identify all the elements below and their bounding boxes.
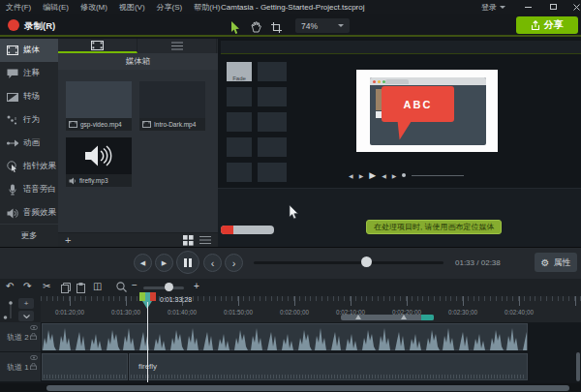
collapse-tracks-button[interactable] — [18, 311, 34, 321]
maximize-button[interactable] — [542, 0, 564, 14]
media-item-firefly[interactable]: firefly.mp3 — [66, 137, 132, 187]
video-frame[interactable]: ABC — [356, 70, 498, 152]
transition-thumb — [258, 137, 287, 157]
menu-share[interactable]: 分享(S) — [151, 0, 189, 14]
add-track-button[interactable]: + — [18, 298, 34, 309]
timeline-zoom-knob[interactable] — [165, 283, 173, 291]
track-2-row: 轨道 2 — [0, 322, 581, 351]
task-sidebar: 媒体 注释 转场 行为 动画 指针效果 语音旁白 音频效果 — [0, 39, 58, 247]
track-1-header: 轨道 1 — [0, 352, 41, 381]
playhead-line[interactable] — [147, 302, 148, 382]
callout-text: ABC — [404, 99, 433, 110]
crop-icon — [271, 22, 282, 33]
undo-button[interactable]: ↶ — [6, 282, 14, 291]
canvas[interactable]: Fade ABC — [218, 39, 581, 247]
menu-file[interactable]: 文件(F) — [0, 0, 37, 14]
zoom-out-button[interactable]: − — [132, 281, 138, 290]
sidebar-label: 转场 — [23, 91, 40, 103]
previous-clip-button[interactable]: ‹ — [203, 254, 222, 272]
prev-frame-icon: ◀ — [382, 172, 386, 179]
sidebar-item-audio-effects[interactable]: 音频效果 — [0, 201, 58, 225]
list-view-button[interactable] — [199, 235, 211, 245]
track-1-firefly-clip[interactable]: firefly — [129, 353, 528, 380]
sidebar-more-button[interactable]: 更多 — [0, 224, 58, 247]
speaker-icon — [69, 177, 76, 185]
redo-button[interactable]: ↷ — [23, 282, 31, 291]
track-zoom-widget[interactable] — [3, 299, 15, 320]
tick-label: 0:02:00;00 — [280, 309, 309, 316]
crop-tool-button[interactable] — [267, 20, 285, 34]
menu-view[interactable]: 视图(V) — [113, 0, 151, 14]
maximize-icon — [550, 4, 557, 10]
properties-button[interactable]: ⚙ 属性 — [535, 253, 577, 272]
copy-button[interactable] — [61, 283, 71, 293]
cut-button[interactable]: ✂ — [43, 282, 50, 291]
pan-tool-button[interactable] — [247, 20, 264, 34]
close-button[interactable] — [566, 0, 581, 14]
lock-icon[interactable] — [30, 363, 37, 370]
record-button[interactable]: 录制(R) — [24, 20, 55, 33]
next-clip-button[interactable]: › — [225, 254, 243, 272]
step-back-icon: ◀ — [140, 259, 145, 267]
eye-icon[interactable] — [30, 325, 38, 330]
select-tool-button[interactable] — [227, 20, 244, 34]
timeline-selection-bar[interactable] — [341, 315, 434, 320]
select-cursor-icon — [230, 21, 240, 34]
media-item-name: Intro-Dark.mp4 — [154, 121, 196, 128]
track-2-audio-clip[interactable] — [42, 323, 528, 350]
chevron-down-icon — [23, 315, 30, 318]
transition-thumb — [258, 62, 287, 81]
preview-scrubber[interactable] — [254, 261, 443, 264]
playhead-out-marker[interactable] — [150, 292, 156, 301]
media-item-intro-dark[interactable]: Intro-Dark.mp4 — [139, 81, 205, 131]
animations-icon — [7, 137, 18, 149]
tab-media-thumbnails[interactable] — [58, 39, 138, 53]
timeline-zoom-slider[interactable] — [143, 286, 184, 289]
zoom-in-button[interactable]: + — [194, 282, 199, 291]
sidebar-label: 音频效果 — [23, 207, 56, 219]
tab-media-details[interactable] — [138, 39, 217, 53]
sidebar-item-voice-narration[interactable]: 语音旁白 — [0, 178, 58, 201]
selection-end-cap[interactable] — [421, 315, 434, 320]
vertical-scrollbar[interactable] — [576, 352, 580, 381]
ruler-left-gadget: + — [0, 296, 41, 322]
pause-button[interactable] — [176, 251, 199, 274]
sign-in-button[interactable]: 登录 — [481, 0, 505, 14]
sidebar-label: 注释 — [23, 68, 40, 79]
step-forward-button[interactable]: ▶ — [155, 254, 173, 272]
sidebar-item-behaviors[interactable]: 行为 — [0, 108, 58, 132]
canvas-zoom-dropdown[interactable]: 74% — [295, 18, 350, 33]
chevron-down-icon — [338, 24, 344, 27]
time-separator: / — [476, 258, 478, 267]
step-back-button[interactable]: ◀ — [134, 254, 152, 272]
preview-scrubber-handle[interactable] — [361, 256, 372, 267]
menu-edit[interactable]: 编辑(E) — [37, 0, 75, 14]
sidebar-item-annotations[interactable]: 注释 — [0, 62, 58, 85]
sidebar-item-cursor-effects[interactable]: 指针效果 — [0, 155, 58, 178]
behaviors-icon — [7, 114, 18, 126]
split-button[interactable]: ◫ — [93, 282, 102, 291]
canvas-lower-area — [218, 188, 581, 247]
track-1-clip-a[interactable] — [42, 353, 128, 380]
share-button[interactable]: 分享 — [516, 16, 578, 34]
lock-icon[interactable] — [30, 333, 37, 340]
selection-handle[interactable] — [401, 315, 407, 319]
add-media-button[interactable]: + — [65, 235, 71, 246]
minimize-button[interactable] — [517, 0, 538, 14]
sidebar-item-animations[interactable]: 动画 — [0, 132, 58, 155]
timeline-ruler[interactable]: 0:01:20;00 0:01:30;00 0:01:40;00 0:01:50… — [0, 296, 581, 322]
horizontal-scrollbar[interactable] — [46, 385, 569, 391]
paste-button[interactable] — [76, 283, 85, 293]
media-bin-tabs — [58, 39, 218, 53]
selection-handle[interactable] — [355, 315, 361, 319]
eye-icon[interactable] — [30, 355, 38, 360]
media-item-gsp-video[interactable]: gsp-video.mp4 — [66, 81, 132, 131]
video-thumbnail — [66, 81, 132, 118]
hand-icon — [251, 21, 261, 33]
sidebar-item-transitions[interactable]: 转场 — [0, 85, 58, 108]
sidebar-item-media[interactable]: 媒体 — [0, 39, 58, 62]
playhead-head[interactable] — [139, 292, 156, 301]
tick-label: 0:02:30;00 — [448, 309, 477, 316]
grid-view-button[interactable] — [183, 235, 194, 246]
menu-modify[interactable]: 修改(M) — [75, 0, 113, 14]
